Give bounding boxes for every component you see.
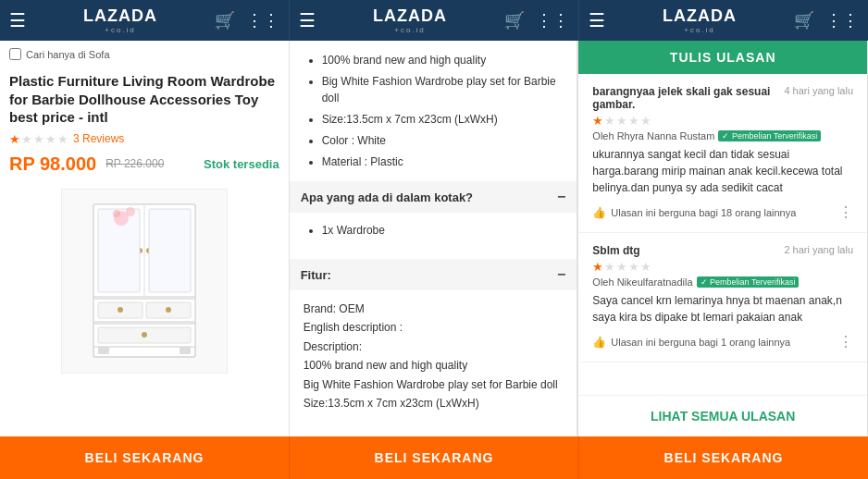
collapse-features-icon[interactable]: − [557, 266, 565, 283]
cart-icon-3[interactable]: 🛒 [794, 10, 814, 31]
review-1-author: Oleh Rhyra Nanna Rustam ✓ Pembelian Terv… [592, 130, 853, 141]
features-header[interactable]: Fitur: − [290, 259, 577, 290]
svg-rect-19 [180, 347, 191, 354]
star-5: ★ [57, 132, 68, 146]
features-list: 100% brand new and high quality Big Whit… [304, 52, 564, 170]
svg-point-14 [166, 307, 171, 313]
product-stars: ★ ★ ★ ★ ★ [9, 132, 68, 146]
feature-item: Material : Plastic [322, 154, 564, 170]
more-icon-1[interactable]: ⋮⋮ [246, 10, 279, 31]
details-panel: 100% brand new and high quality Big Whit… [290, 41, 579, 436]
details-content: 100% brand new and high quality Big Whit… [290, 41, 578, 436]
box-contents-header[interactable]: Apa yang ada di dalam kotak? − [290, 181, 577, 213]
review-2-helpful-text: Ulasan ini berguna bagi 1 orang lainnya [611, 337, 790, 348]
more-icon-2[interactable]: ⋮⋮ [536, 10, 569, 31]
cart-icon-2[interactable]: 🛒 [504, 10, 525, 31]
logo-1: LAZADA +co.id [83, 6, 157, 34]
review-1-text: ukurannya sangat kecil dan tidak sesuai … [592, 146, 853, 196]
box-contents-body: 1x Wardrobe [304, 222, 564, 259]
svg-point-17 [142, 332, 147, 338]
price-main: RP 98.000 [9, 154, 96, 175]
desc-line1: 100% brand new and high quality [304, 356, 564, 375]
product-title: Plastic Furniture Living Room Wardrobe f… [0, 68, 289, 129]
review-2-text: Saya cancel krn lemarinya hnya bt maenan… [592, 292, 853, 325]
description-label: Description: [304, 338, 564, 356]
review-1-time: 4 hari yang lalu [784, 85, 853, 96]
desc-line2: Big White Fashion Wardrobe play set for … [304, 375, 564, 394]
header-section-2: ☰ LAZADA +co.id 🛒 ⋮⋮ [290, 0, 579, 41]
product-panel: Cari hanya di Sofa Plastic Furniture Liv… [0, 41, 290, 436]
buy-now-button-2[interactable]: BELI SEKARANG [290, 436, 579, 479]
thumbs-up-icon-2[interactable]: 👍 [592, 336, 606, 349]
header-section-1: ☰ LAZADA +co.id 🛒 ⋮⋮ [0, 0, 290, 41]
price-row: RP 98.000 RP 226.000 Stok tersedia [0, 149, 289, 179]
features-body: Brand: OEM English description : Descrip… [304, 300, 564, 422]
hamburger-icon-3[interactable]: ☰ [589, 9, 605, 31]
bottom-bar: BELI SEKARANG BELI SEKARANG BELI SEKARAN… [0, 436, 868, 479]
star-2: ★ [21, 132, 32, 146]
star-4: ★ [45, 132, 56, 146]
box-item: 1x Wardrobe [322, 222, 564, 239]
hamburger-icon-2[interactable]: ☰ [299, 9, 316, 31]
search-checkbox-input[interactable] [9, 48, 21, 60]
search-bar: Cari hanya di Sofa [0, 41, 289, 68]
buy-now-button-1[interactable]: BELI SEKARANG [0, 436, 290, 479]
feature-item: Big White Fashion Wardrobe play set for … [322, 73, 564, 106]
verified-badge-1: ✓ Pembelian Terverifikasi [718, 130, 821, 141]
star-3: ★ [33, 132, 44, 146]
logo-2: LAZADA +co.id [373, 6, 447, 34]
svg-point-9 [126, 207, 135, 216]
svg-rect-18 [98, 347, 109, 354]
english-desc-label: English description : [304, 318, 564, 337]
box-items-list: 1x Wardrobe [304, 222, 564, 239]
more-icon-3[interactable]: ⋮⋮ [825, 10, 859, 31]
svg-point-13 [118, 307, 123, 313]
buy-now-button-3[interactable]: BELI SEKARANG [579, 436, 868, 479]
search-checkbox-label[interactable]: Cari hanya di Sofa [9, 48, 279, 60]
review-2-time: 2 hari yang lalu [784, 244, 853, 255]
review-2-stars: ★ ★ ★ ★ ★ [592, 260, 853, 274]
review-card-2: Sblm dtg 2 hari yang lalu ★ ★ ★ ★ ★ Oleh… [578, 233, 867, 362]
verified-badge-2: ✓ Pembelian Terverifikasi [697, 276, 800, 288]
review-link[interactable]: 3 Reviews [73, 132, 124, 145]
review-1-stars: ★ ★ ★ ★ ★ [592, 114, 853, 128]
review-card-1: barangnyaa jelek skali gak sesuai gambar… [578, 74, 867, 233]
cart-icon-1[interactable]: 🛒 [215, 10, 235, 31]
hamburger-icon-1[interactable]: ☰ [9, 9, 26, 31]
star-1: ★ [9, 132, 20, 146]
feature-item: Size:13.5cm x 7cm x23cm (LxWxH) [322, 111, 564, 128]
review-1-title: barangnyaa jelek skali gak sesuai gambar… [592, 85, 776, 111]
review-1-top: barangnyaa jelek skali gak sesuai gambar… [592, 85, 853, 111]
product-image [0, 179, 289, 383]
rating-row: ★ ★ ★ ★ ★ 3 Reviews [0, 129, 289, 149]
header-icons-3: 🛒 ⋮⋮ [794, 10, 859, 31]
reviews-panel: TULIS ULASAN barangnyaa jelek skali gak … [578, 41, 868, 436]
brand-label: Brand: OEM [304, 300, 564, 318]
review-2-top: Sblm dtg 2 hari yang lalu [592, 244, 853, 257]
logo-3: LAZADA +co.id [663, 6, 737, 34]
review-2-helpful-row: 👍 Ulasan ini berguna bagi 1 orang lainny… [592, 333, 853, 350]
wardrobe-image [84, 195, 205, 366]
header-icons-2: 🛒 ⋮⋮ [504, 10, 569, 31]
more-options-icon-2[interactable]: ⋮ [838, 333, 853, 350]
header-section-3: ☰ LAZADA +co.id 🛒 ⋮⋮ [579, 0, 868, 41]
top-bar: ☰ LAZADA +co.id 🛒 ⋮⋮ ☰ LAZADA +co.id 🛒 ⋮… [0, 0, 868, 41]
feature-item: Color : White [322, 132, 564, 149]
write-review-header[interactable]: TULIS ULASAN [578, 41, 867, 74]
main-content: Cari hanya di Sofa Plastic Furniture Liv… [0, 41, 868, 436]
review-2-author: Oleh Nikeulfaratnadila ✓ Pembelian Terve… [592, 276, 853, 288]
collapse-box-icon[interactable]: − [557, 189, 565, 205]
thumbs-up-icon-1[interactable]: 👍 [592, 206, 606, 219]
review-1-helpful-row: 👍 Ulasan ini berguna bagi 18 orang lainn… [592, 203, 853, 221]
stock-badge: Stok tersedia [204, 157, 279, 171]
desc-line3: Size:13.5cm x 7cm x23cm (LxWxH) [304, 394, 564, 412]
review-1-helpful-text: Ulasan ini berguna bagi 18 orang lainnya [611, 207, 796, 218]
price-orig: RP 226.000 [105, 157, 164, 170]
product-img-placeholder [61, 189, 228, 374]
svg-point-8 [113, 210, 120, 217]
review-2-title: Sblm dtg [592, 244, 776, 257]
svg-rect-6 [149, 209, 191, 292]
feature-item: 100% brand new and high quality [322, 52, 564, 68]
see-all-reviews-btn[interactable]: LIHAT SEMUA ULASAN [578, 395, 867, 436]
more-options-icon-1[interactable]: ⋮ [838, 203, 853, 221]
